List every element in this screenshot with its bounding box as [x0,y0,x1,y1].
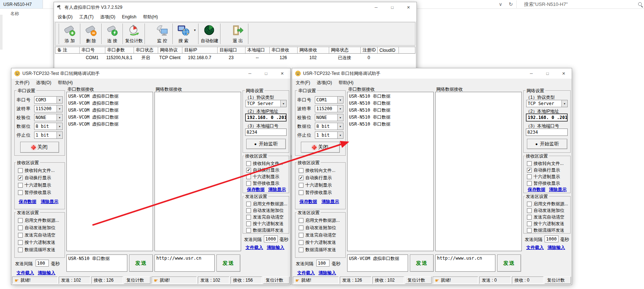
window-titlebar[interactable]: USR-TCP232-Test 串口转网络调试助手 ─ □ ✕ [292,68,572,79]
name-column-header[interactable]: 名称 [10,11,19,17]
pause-recv-option[interactable]: 暂停接收显示 [18,189,51,196]
checkbox[interactable]: ✓ [18,176,23,180]
checkbox[interactable] [18,240,23,245]
checkbox[interactable] [246,215,251,220]
recv-to-file-option[interactable]: 接收转向文件... [527,160,564,167]
hex-send-option[interactable]: 按十六进制发送 [246,221,284,227]
toolbar-search-button[interactable]: 搜 索 [174,23,193,45]
parity-select[interactable]: NONE▼ [34,114,63,121]
stop-bits-select[interactable]: 1 bit▼ [315,131,343,139]
serial-reset-count-button[interactable]: 复位计数 [124,277,150,284]
menu-options[interactable]: 选项(O) [100,14,115,20]
clear-after-send-option[interactable]: 发送完自动清空 [299,232,336,238]
net-reset-count-button[interactable]: 复位计数 [545,277,571,284]
refresh-icon[interactable]: ↻ [506,1,515,8]
listen-button[interactable]: ● 开始监听 [246,139,286,149]
pause-recv-option[interactable]: 暂停接收显示 [246,180,279,187]
clear-input-link[interactable]: 清除输入 [547,245,565,251]
serial-reset-count-button[interactable]: 复位计数 [405,277,432,284]
minimize-button[interactable]: ─ [523,68,539,79]
chevron-down-icon[interactable]: ▼ [337,114,343,121]
save-data-link[interactable]: 保存数据 [247,187,265,193]
baud-rate-select[interactable]: 115200▼ [315,105,343,112]
auto-append-option[interactable]: 自动发送附加位 [527,207,564,214]
load-file-link[interactable]: 文件载入 [245,245,263,251]
local-ip-input[interactable]: 192.168. 0 .201 [245,113,287,122]
checkbox[interactable] [246,161,251,166]
serial-send-input[interactable]: USR-N510 串口数据 [66,254,127,272]
serial-send-button[interactable]: 发送 [129,254,153,272]
serial-port-select[interactable]: COM3▼ [34,96,63,104]
explorer-tab[interactable]: USR-N510-H7 [0,0,43,8]
baud-rate-select[interactable]: 115200▼ [34,105,63,112]
stop-bits-select[interactable]: 1 bit▼ [34,131,63,139]
chevron-down-icon[interactable]: ▼ [561,100,567,107]
chevron-down-icon[interactable]: ▼ [337,123,343,130]
chevron-down-icon[interactable]: ▼ [57,132,62,138]
load-file-link[interactable]: 文件载入 [17,270,34,276]
close-button[interactable]: ✕ [556,68,572,79]
auto-wrap-option[interactable]: ✓自动换行显示 [299,175,332,181]
checkbox[interactable] [246,181,251,186]
checkbox[interactable] [299,233,303,238]
net-send-input[interactable]: http://www.usr.cn [435,254,495,272]
clear-after-send-option[interactable]: 发送完自动清空 [246,214,284,220]
checkbox[interactable] [18,233,23,238]
save-data-link[interactable]: 保存数据 [528,187,545,193]
chevron-down-icon[interactable]: ▼ [57,97,62,103]
data-bits-select[interactable]: 8 bit▼ [34,123,63,130]
loop-send-option[interactable]: 数据流循环发送 [18,247,55,253]
clear-after-send-option[interactable]: 发送完自动清空 [18,232,55,238]
checkbox[interactable] [299,183,303,188]
checkbox[interactable] [527,208,532,213]
file-data-source-option[interactable]: 启用文件数据源... [299,217,340,224]
menu-english[interactable]: English [122,14,136,19]
menu-help[interactable]: 帮助(H) [143,14,158,20]
hex-display-option[interactable]: 十六进制显示 [18,182,51,188]
save-data-link[interactable]: 保存数据 [299,199,317,205]
net-send-button[interactable]: 发送 [497,254,521,272]
loop-send-option[interactable]: 数据流循环发送 [299,247,336,253]
serial-send-input[interactable]: USR-VCOM 虚拟串口数据 [347,254,408,272]
auto-append-option[interactable]: 自动发送附加位 [299,225,336,231]
clear-display-link[interactable]: 清除显示 [41,199,58,205]
clear-display-link[interactable]: 清除显示 [321,199,339,205]
loop-send-option[interactable]: 数据流循环发送 [246,227,284,234]
clear-input-link[interactable]: 清除输入 [38,270,55,276]
pause-recv-option[interactable]: 暂停接收显示 [299,189,332,196]
load-file-link[interactable]: 文件载入 [297,270,315,276]
hex-display-option[interactable]: 十六进制显示 [299,182,332,188]
file-data-source-option[interactable]: 启用文件数据源... [246,201,287,207]
checkbox[interactable] [527,221,532,226]
menu-file[interactable]: 文件(F) [15,80,29,86]
checkbox[interactable] [246,174,251,179]
net-recv-area[interactable] [435,92,522,251]
auto-wrap-option[interactable]: ✓自动换行显示 [527,167,560,173]
save-data-link[interactable]: 保存数据 [19,199,36,205]
checkbox[interactable] [299,248,303,252]
serial-close-button[interactable]: 关闭 [301,142,340,153]
toolbar-connect-button[interactable]: 连 接 [102,23,122,45]
checkbox[interactable] [246,221,251,226]
checkbox[interactable] [527,181,532,186]
checkbox[interactable]: ✓ [299,176,303,180]
net-send-interval-input[interactable] [264,235,278,242]
serial-close-button[interactable]: 关闭 [20,142,59,153]
clear-display-link[interactable]: 清除显示 [268,187,286,193]
checkbox[interactable] [246,228,251,233]
pause-recv-option[interactable]: 暂停接收显示 [527,180,560,187]
protocol-select[interactable]: TCP Server▼ [245,100,287,107]
chevron-down-icon[interactable]: ▼ [57,105,62,112]
checkbox[interactable] [527,228,532,233]
maximize-button[interactable]: □ [539,68,556,79]
menu-help[interactable]: 帮助(H) [58,80,73,86]
checkbox[interactable] [527,202,532,206]
device-table-row[interactable]: COM1 115200,N,8,1 开启 TCP Client 192.168.… [55,54,415,61]
send-interval-input[interactable] [316,260,330,267]
toolbar-reset-count-button[interactable]: 复位计数 [124,23,144,45]
protocol-select[interactable]: TCP Server▼ [526,100,568,107]
file-data-source-option[interactable]: 启用文件数据源... [18,217,59,224]
clear-after-send-option[interactable]: 发送完自动清空 [527,214,564,220]
vcom-titlebar[interactable]: 有人虚拟串口软件 V3.7.2.529 ─ □ ✕ [54,2,416,12]
clear-display-link[interactable]: 清除显示 [549,187,567,193]
